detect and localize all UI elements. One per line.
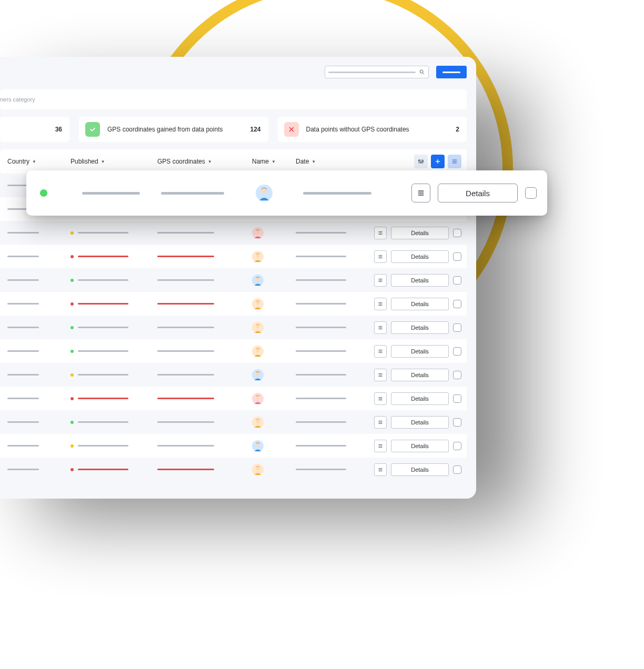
date-skeleton (296, 327, 346, 328)
status-dot (71, 279, 74, 282)
avatar (252, 227, 264, 239)
gps-skeleton (157, 398, 214, 399)
list-view-button[interactable] (448, 155, 461, 168)
row-checkbox[interactable] (453, 418, 461, 427)
table-row: Details (0, 363, 467, 387)
svg-point-66 (256, 419, 260, 423)
details-button[interactable]: Details (391, 463, 449, 476)
avatar (252, 440, 264, 452)
status-dot (71, 350, 74, 353)
svg-point-41 (256, 301, 260, 305)
details-button[interactable]: Details (391, 227, 449, 239)
row-menu-button[interactable] (374, 440, 387, 452)
row-checkbox[interactable] (525, 187, 537, 199)
settings-button[interactable] (414, 155, 428, 168)
status-dot (71, 444, 74, 448)
svg-point-7 (418, 160, 419, 161)
row-menu-button[interactable] (374, 250, 387, 263)
svg-point-46 (256, 325, 260, 328)
row-menu-button[interactable] (374, 227, 387, 239)
row-checkbox[interactable] (453, 276, 461, 285)
stat-value: 124 (250, 126, 260, 133)
svg-point-36 (256, 277, 260, 281)
status-dot (71, 326, 74, 329)
row-menu-button[interactable] (374, 321, 387, 334)
row-checkbox[interactable] (453, 371, 461, 379)
avatar (252, 298, 264, 310)
row-menu-button[interactable] (374, 463, 387, 476)
gps-skeleton (157, 445, 214, 447)
table-body: DetailsDetailsDetailsDetailsDetailsDetai… (0, 174, 467, 481)
row-menu-button[interactable] (374, 369, 387, 381)
row-checkbox[interactable] (453, 300, 461, 308)
row-checkbox[interactable] (453, 442, 461, 450)
row-menu-button[interactable] (374, 392, 387, 405)
row-menu-button[interactable] (374, 274, 387, 287)
published-skeleton (78, 256, 128, 257)
avatar (252, 322, 264, 333)
details-button[interactable]: Details (391, 416, 449, 429)
row-checkbox[interactable] (453, 394, 461, 403)
country-skeleton (7, 256, 39, 257)
add-button[interactable] (431, 155, 445, 168)
row-menu-button[interactable] (411, 184, 430, 202)
status-dot (71, 231, 74, 235)
column-header-name[interactable]: Name▼ (252, 158, 296, 165)
row-menu-button[interactable] (374, 345, 387, 358)
svg-point-31 (256, 254, 260, 257)
row-checkbox[interactable] (453, 229, 461, 237)
details-button[interactable]: Details (391, 250, 449, 263)
table-row: Details (0, 458, 467, 481)
table-row: Details (0, 434, 467, 458)
avatar (252, 251, 264, 262)
svg-line-1 (423, 73, 425, 75)
details-button[interactable]: Details (391, 345, 449, 358)
details-button[interactable]: Details (438, 184, 518, 202)
column-header-gps[interactable]: GPS coordinates▼ (157, 158, 252, 165)
app-window: ners category 36 GPS coordinates gained … (0, 57, 476, 499)
row-checkbox[interactable] (453, 252, 461, 261)
published-skeleton (78, 303, 128, 305)
subheader: ners category (0, 89, 467, 109)
details-button[interactable]: Details (391, 440, 449, 452)
column-header-published[interactable]: Published▼ (71, 158, 157, 165)
table-row: Details (0, 245, 467, 268)
check-icon (85, 122, 100, 137)
svg-point-56 (256, 372, 260, 376)
details-button[interactable]: Details (391, 298, 449, 310)
published-skeleton (82, 192, 140, 195)
details-button[interactable]: Details (391, 392, 449, 405)
avatar (256, 185, 303, 201)
column-header-country[interactable]: Country▼ (7, 158, 71, 165)
stat-label: Data points without GPS coordinates (306, 126, 449, 133)
details-button[interactable]: Details (391, 274, 449, 287)
primary-button-label-skeleton (442, 72, 460, 73)
row-checkbox[interactable] (453, 347, 461, 356)
row-menu-button[interactable] (374, 416, 387, 429)
published-skeleton (78, 232, 128, 234)
gps-skeleton (157, 469, 214, 470)
date-skeleton (296, 303, 346, 305)
row-checkbox[interactable] (453, 465, 461, 474)
row-menu-button[interactable] (374, 298, 387, 310)
details-button[interactable]: Details (391, 369, 449, 381)
status-dot (71, 397, 74, 400)
search-input[interactable] (325, 66, 429, 78)
details-button[interactable]: Details (391, 321, 449, 334)
published-skeleton (78, 421, 128, 423)
svg-point-71 (256, 443, 260, 447)
primary-action-button[interactable] (436, 66, 467, 78)
stat-value: 36 (55, 126, 62, 133)
svg-point-51 (256, 348, 260, 352)
gps-skeleton (157, 374, 214, 376)
gps-skeleton (157, 421, 214, 423)
row-checkbox[interactable] (453, 323, 461, 332)
chevron-down-icon: ▼ (208, 159, 212, 164)
gps-skeleton (157, 303, 214, 305)
date-skeleton (296, 469, 346, 470)
date-skeleton (296, 232, 346, 234)
svg-point-81 (261, 188, 267, 194)
x-icon (284, 122, 299, 137)
column-header-date[interactable]: Date▼ (296, 158, 367, 165)
search-placeholder-skeleton (328, 72, 416, 73)
